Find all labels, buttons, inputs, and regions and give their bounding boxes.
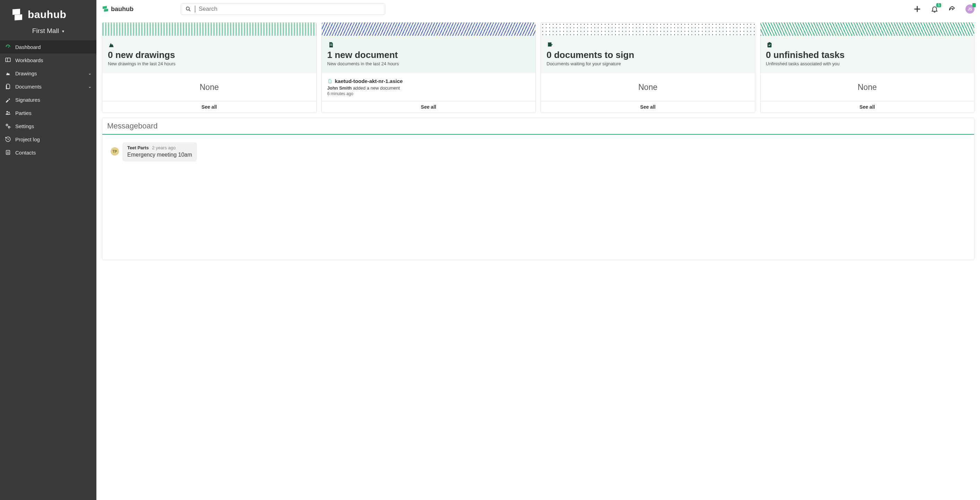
sidebar: bauhub First Mall ▾ Dashboard Workboards… — [0, 0, 96, 500]
card-stripe — [760, 22, 974, 36]
workboards-icon — [5, 57, 11, 63]
document-list-item[interactable]: kaetud-toode-akt-nr-1.asice John Smith a… — [327, 78, 530, 96]
sidebar-item-project-log[interactable]: Project log — [0, 133, 96, 146]
documents-icon — [5, 83, 11, 89]
sidebar-item-contacts[interactable]: Contacts — [0, 146, 96, 159]
empty-state: None — [108, 83, 311, 92]
see-all-link[interactable]: See all — [322, 101, 536, 112]
sidebar-item-label: Settings — [15, 123, 34, 129]
share-button[interactable] — [948, 5, 956, 13]
parties-icon — [5, 110, 11, 116]
topbar: bauhub 1 JS — [96, 0, 980, 18]
notification-badge: 1 — [936, 3, 941, 7]
see-all-link[interactable]: See all — [102, 101, 316, 112]
add-button[interactable] — [913, 5, 921, 13]
message-item[interactable]: TP Teet Parts 2 years ago Emergency meet… — [111, 142, 966, 161]
svg-point-7 — [8, 152, 9, 152]
dashboard-icon — [5, 44, 11, 50]
sidebar-item-drawings[interactable]: Drawings ⌄ — [0, 67, 96, 80]
see-all-link[interactable]: See all — [541, 101, 755, 112]
card-subtitle: Unfinished tasks associated with you — [766, 61, 969, 66]
search-input[interactable] — [199, 6, 381, 13]
svg-point-4 — [6, 124, 8, 126]
drafting-icon — [108, 42, 115, 48]
history-icon — [5, 136, 11, 142]
sidebar-item-signatures[interactable]: Signatures — [0, 93, 96, 106]
project-name: First Mall — [32, 27, 59, 34]
card-subtitle: New drawings in the last 24 hours — [108, 61, 311, 66]
sidebar-item-workboards[interactable]: Workboards — [0, 53, 96, 67]
card-new-drawings: 0 new drawings New drawings in the last … — [102, 22, 317, 113]
sidebar-item-label: Project log — [15, 136, 40, 142]
message-avatar: TP — [111, 147, 119, 155]
sidebar-item-documents[interactable]: Documents ⌄ — [0, 80, 96, 93]
svg-point-2 — [6, 111, 8, 113]
sidebar-item-label: Workboards — [15, 57, 43, 63]
task-icon — [766, 42, 773, 48]
drawings-icon — [5, 70, 11, 77]
svg-rect-0 — [6, 58, 10, 62]
avatar-status-badge — [972, 3, 976, 7]
card-stripe — [322, 22, 536, 36]
sidebar-item-label: Contacts — [15, 150, 36, 155]
logo-text: bauhub — [28, 9, 66, 21]
card-title: 1 new document — [327, 50, 530, 61]
card-new-documents: 1 new document New documents in the last… — [321, 22, 536, 113]
search-icon — [185, 6, 191, 12]
dashboard-cards: 0 new drawings New drawings in the last … — [102, 22, 974, 113]
chevron-down-icon: ▾ — [62, 29, 64, 34]
svg-rect-10 — [330, 44, 332, 45]
brand-mini[interactable]: bauhub — [102, 6, 134, 13]
app-logo[interactable]: bauhub — [0, 0, 96, 26]
logo-icon — [10, 8, 24, 22]
sidebar-item-label: Documents — [15, 84, 41, 89]
settings-icon — [5, 123, 11, 129]
message-time: 2 years ago — [152, 145, 176, 150]
avatar-initials: JS — [968, 7, 972, 11]
chevron-down-icon: ⌄ — [88, 71, 92, 76]
logo-icon — [102, 6, 109, 13]
notifications-button[interactable]: 1 — [931, 5, 939, 13]
chevron-down-icon: ⌄ — [88, 84, 92, 89]
svg-line-9 — [189, 10, 190, 11]
sign-icon — [547, 42, 554, 48]
message-author: Teet Parts — [127, 145, 149, 150]
sidebar-item-label: Drawings — [15, 70, 37, 77]
sidebar-item-label: Signatures — [15, 97, 40, 103]
document-time: 6 minutes ago — [327, 91, 530, 96]
document-filename: kaetud-toode-akt-nr-1.asice — [335, 78, 403, 84]
sidebar-item-dashboard[interactable]: Dashboard — [0, 40, 96, 53]
svg-point-8 — [186, 7, 189, 10]
contacts-icon — [5, 149, 11, 155]
card-unfinished-tasks: 0 unfinished tasks Unfinished tasks asso… — [760, 22, 975, 113]
empty-state: None — [766, 83, 969, 92]
sidebar-item-settings[interactable]: Settings — [0, 120, 96, 133]
sidebar-item-label: Parties — [15, 110, 32, 116]
signatures-icon — [5, 96, 11, 103]
document-icon — [327, 42, 334, 48]
document-meta: John Smith added a new document — [327, 85, 530, 91]
divider — [195, 6, 195, 13]
messageboard-panel: Messageboard TP Teet Parts 2 years ago E… — [102, 118, 974, 260]
sidebar-item-parties[interactable]: Parties — [0, 106, 96, 120]
messageboard-title: Messageboard — [102, 118, 974, 135]
sidebar-nav: Dashboard Workboards Drawings ⌄ Document… — [0, 40, 96, 159]
card-title: 0 documents to sign — [547, 50, 749, 61]
card-title: 0 unfinished tasks — [766, 50, 969, 61]
empty-state: None — [547, 83, 749, 92]
file-icon — [327, 78, 332, 84]
card-stripe — [102, 22, 316, 36]
card-subtitle: Documents waiting for your signature — [547, 61, 749, 66]
card-documents-to-sign: 0 documents to sign Documents waiting fo… — [541, 22, 755, 113]
sidebar-item-label: Dashboard — [15, 44, 41, 50]
svg-rect-13 — [768, 42, 770, 43]
see-all-link[interactable]: See all — [760, 101, 974, 112]
card-subtitle: New documents in the last 24 hours — [327, 61, 530, 66]
user-avatar[interactable]: JS — [966, 5, 974, 14]
svg-point-3 — [8, 112, 10, 113]
message-text: Emergency meeting 10am — [127, 152, 192, 158]
search-bar[interactable] — [181, 3, 385, 15]
project-switcher[interactable]: First Mall ▾ — [0, 26, 96, 40]
card-stripe — [541, 22, 755, 36]
brand-text: bauhub — [111, 6, 134, 13]
